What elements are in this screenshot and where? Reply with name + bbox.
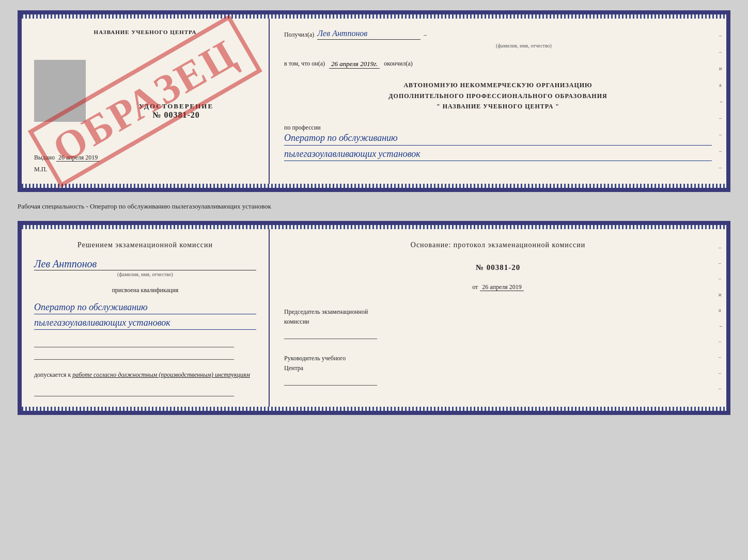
recipient-name: Лев Антпонов — [317, 29, 420, 40]
qualification-line2: пылегазоулавливающих установок — [34, 316, 256, 330]
blank-lines — [34, 339, 256, 364]
allowed-text: работе согласно должностным (производств… — [72, 371, 250, 378]
issued-date: 26 апреля 2019 — [56, 154, 100, 162]
doc1-right-panel: Получил(а) Лев Антпонов – (фамилия, имя,… — [270, 19, 726, 184]
doc1-left-panel: НАЗВАНИЕ УЧЕБНОГО ЦЕНТРА ОБРАЗЕЦ УДОСТОВ… — [22, 19, 270, 184]
qualification-line1: Оператор по обслуживанию — [34, 301, 256, 314]
card-texture-top-1 — [22, 14, 726, 19]
allowed-row: допускается к работе согласно должностны… — [34, 371, 256, 379]
recipient-row: Получил(а) Лев Антпонов – — [284, 29, 712, 40]
profession-label: по профессии — [284, 124, 712, 132]
document-1: НАЗВАНИЕ УЧЕБНОГО ЦЕНТРА ОБРАЗЕЦ УДОСТОВ… — [18, 10, 730, 192]
date-prefix: от — [472, 283, 478, 291]
doc1-title: НАЗВАНИЕ УЧЕБНОГО ЦЕНТРА — [34, 29, 256, 35]
qualification-label: присвоена квалификация — [34, 285, 256, 295]
separator-text: Рабочая специальность - Оператор по обсл… — [18, 200, 730, 213]
org-line1: АВТОНОМНУЮ НЕКОММЕРЧЕСКУЮ ОРГАНИЗАЦИЮ — [284, 80, 712, 90]
basis-label: Основание: протокол экзаменационной коми… — [284, 239, 712, 251]
person-name: Лев Антпонов — [34, 258, 256, 270]
side-dashes-1: – – и а ← – – – – — [717, 19, 726, 184]
that-label: в том, что он(а) — [284, 59, 325, 69]
protocol-number: № 00381-20 — [476, 263, 520, 271]
head-line2: Центра — [284, 363, 712, 373]
side-marks-2: – – – и а ← – – – – — [717, 229, 725, 407]
card-texture-top-2 — [22, 225, 726, 229]
document-2: Решением экзаменационной комиссии Лев Ан… — [18, 221, 730, 415]
protocol-date: 26 апреля 2019 — [480, 283, 523, 291]
profession-line2: пылегазоулавливающих установок — [284, 148, 712, 161]
cert-number: № 00381-20 — [96, 110, 256, 120]
dash-sep: – — [424, 30, 427, 40]
fio-label-1: (фамилия, имя, отчество) — [336, 43, 712, 49]
date-value: 26 апреля 2019г. — [329, 60, 380, 69]
allowed-label: допускается к — [34, 371, 71, 378]
chairman-sig-line — [284, 331, 377, 339]
profession-line1: Оператор по обслуживанию — [284, 132, 712, 145]
blank-2 — [34, 351, 234, 360]
mp-line: М.П. — [34, 166, 256, 173]
chairman-block: Председатель экзаменационной комиссии — [284, 307, 712, 339]
profession-block: по профессии Оператор по обслуживанию пы… — [284, 124, 712, 161]
finished-label: окончил(а) — [384, 59, 412, 69]
chairman-line2: комиссии — [284, 317, 712, 327]
issued-line: Выдано 26 апреля 2019 — [34, 149, 256, 162]
head-line1: Руководитель учебного — [284, 354, 712, 363]
qualification-block: Оператор по обслуживанию пылегазоулавлив… — [34, 301, 256, 330]
head-sig-line — [284, 377, 377, 386]
card-texture-bottom-2 — [22, 407, 726, 411]
photo-placeholder — [34, 60, 86, 122]
blank-1 — [34, 339, 234, 347]
decision-label: Решением экзаменационной комиссии — [34, 239, 256, 251]
blank-3 — [34, 388, 234, 396]
org-block: АВТОНОМНУЮ НЕКОММЕРЧЕСКУЮ ОРГАНИЗАЦИЮ ДО… — [284, 80, 712, 111]
received-label: Получил(а) — [284, 30, 314, 40]
number-block: № 00381-20 — [284, 261, 712, 274]
org-line2: ДОПОЛНИТЕЛЬНОГО ПРОФЕССИОНАЛЬНОГО ОБРАЗО… — [284, 91, 712, 101]
date-block: от 26 апреля 2019 — [284, 282, 712, 292]
cert-label: УДОСТОВЕРЕНИЕ — [96, 102, 256, 110]
card-texture-bottom-1 — [22, 184, 726, 188]
fio-label-2: (фамилия, имя, отчество) — [34, 271, 256, 277]
issued-label: Выдано — [34, 154, 55, 161]
doc2-right-panel: Основание: протокол экзаменационной коми… — [270, 229, 726, 407]
person-block: Лев Антпонов (фамилия, имя, отчество) — [34, 258, 256, 277]
date-row: в том, что он(а) 26 апреля 2019г. окончи… — [284, 59, 712, 69]
chairman-line1: Председатель экзаменационной — [284, 307, 712, 317]
head-block: Руководитель учебного Центра — [284, 354, 712, 386]
doc2-left-panel: Решением экзаменационной комиссии Лев Ан… — [22, 229, 270, 407]
org-line3: " НАЗВАНИЕ УЧЕБНОГО ЦЕНТРА " — [284, 101, 712, 111]
